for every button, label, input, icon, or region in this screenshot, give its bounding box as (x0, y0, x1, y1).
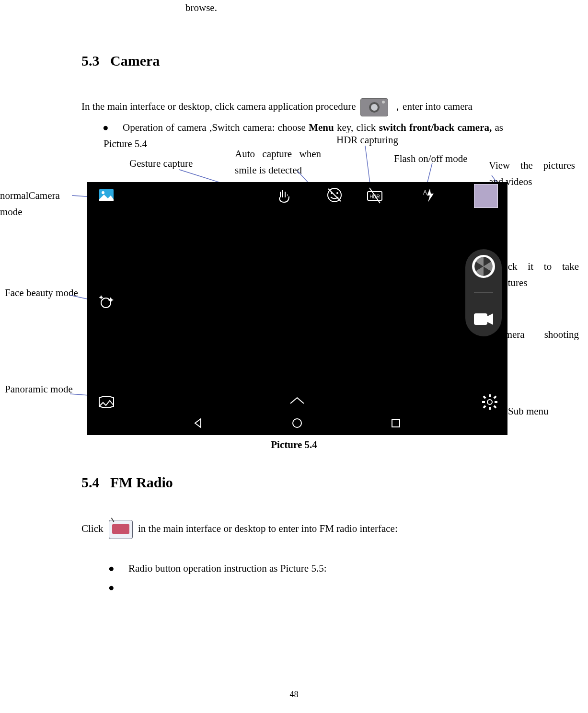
bullet-switch-phrase: switch front/back camera, (379, 122, 492, 133)
chevron-up-icon[interactable] (288, 395, 307, 409)
video-mode-button[interactable] (471, 307, 496, 332)
page-number: 48 (0, 690, 588, 700)
fmradio-click-word: Click (81, 523, 104, 534)
svg-rect-23 (474, 313, 487, 325)
label-video-mode: camera shooting mode (496, 327, 579, 346)
flash-mode-icon[interactable]: A (418, 185, 438, 205)
svg-rect-26 (489, 407, 491, 410)
gesture-capture-icon[interactable] (275, 185, 295, 205)
label-shutter: Click it to take pictures (496, 259, 579, 291)
heading-5-4: 5.4 FM Radio (81, 474, 173, 491)
fmradio-intro: Click in the main interface or desktop t… (81, 520, 503, 539)
svg-point-24 (487, 400, 492, 404)
heading-5-3: 5.3 Camera (81, 53, 160, 69)
camera-intro: In the main interface or desktop, click … (81, 98, 503, 116)
section-title: Camera (110, 53, 160, 69)
nav-back-icon[interactable] (192, 417, 205, 432)
nav-home-icon[interactable] (291, 417, 303, 432)
smile-detect-icon[interactable] (324, 185, 345, 205)
bullet-dot-icon: ● (103, 120, 109, 136)
nav-recent-icon[interactable] (390, 417, 402, 432)
svg-point-33 (293, 419, 301, 427)
settings-gear-icon[interactable] (482, 394, 498, 413)
svg-text:A: A (423, 189, 427, 196)
bullet-dot-icon: ● (108, 559, 115, 578)
bullet-text-1: Operation of camera ,Switch camera: choo… (123, 122, 306, 133)
svg-rect-27 (482, 401, 485, 403)
label-sub-menu: Sub menu (508, 405, 549, 417)
camera-app-icon (360, 98, 388, 116)
label-face-beauty: Face beauty mode (5, 285, 81, 301)
fmradio-after-icon: in the main interface or desktop to ente… (138, 523, 398, 534)
hdr-icon[interactable]: HDR (365, 185, 385, 205)
shutter-button[interactable] (471, 254, 496, 279)
svg-rect-32 (483, 405, 486, 408)
svg-rect-28 (495, 401, 497, 403)
bottom-bar (87, 390, 507, 414)
svg-point-12 (102, 191, 104, 194)
camera-screenshot: HDR A (87, 182, 507, 435)
figure-caption-5-4: Picture 5.4 (0, 439, 588, 451)
label-hdr: HDR capturing (336, 134, 398, 146)
svg-rect-29 (483, 395, 486, 399)
svg-rect-30 (493, 405, 496, 408)
label-gesture-capture: Gesture capture (129, 158, 193, 170)
android-nav-bar (87, 414, 507, 435)
fmradio-bullets: ● Radio button operation instruction as … (109, 559, 502, 578)
capture-divider (474, 292, 493, 293)
fm-radio-app-icon (109, 520, 133, 539)
bullet-dot-icon: ● (108, 578, 115, 598)
bullet-menu-word: Menu (309, 122, 334, 133)
intro-text-after: ，enter into camera (392, 101, 473, 112)
statusbar (87, 182, 507, 193)
svg-rect-34 (392, 419, 400, 427)
capture-controls (465, 249, 502, 336)
orphan-text: browse. (185, 2, 217, 14)
fmradio-bullet-1: Radio button operation instruction as Pi… (128, 563, 327, 574)
svg-point-15 (336, 192, 338, 194)
section-number: 5.3 (81, 53, 100, 69)
intro-text-before: In the main interface or desktop, click … (81, 101, 356, 112)
section-number-5-4: 5.4 (81, 474, 100, 490)
svg-rect-25 (489, 394, 491, 397)
face-beauty-mode-icon[interactable] (96, 292, 116, 312)
section-title-5-4: FM Radio (110, 474, 173, 490)
label-flash: Flash on/off mode (394, 153, 468, 165)
label-panoramic: Panoramic mode (5, 381, 81, 398)
bullet-text-2: key, click (337, 122, 376, 133)
svg-rect-31 (493, 395, 496, 399)
normal-camera-mode-icon[interactable] (96, 185, 116, 205)
gallery-thumbnail[interactable] (474, 184, 498, 208)
svg-line-16 (328, 189, 341, 201)
label-normal-camera: normalCamera mode (0, 188, 81, 220)
label-auto-capture: Auto capture when smile is detected (235, 146, 321, 178)
